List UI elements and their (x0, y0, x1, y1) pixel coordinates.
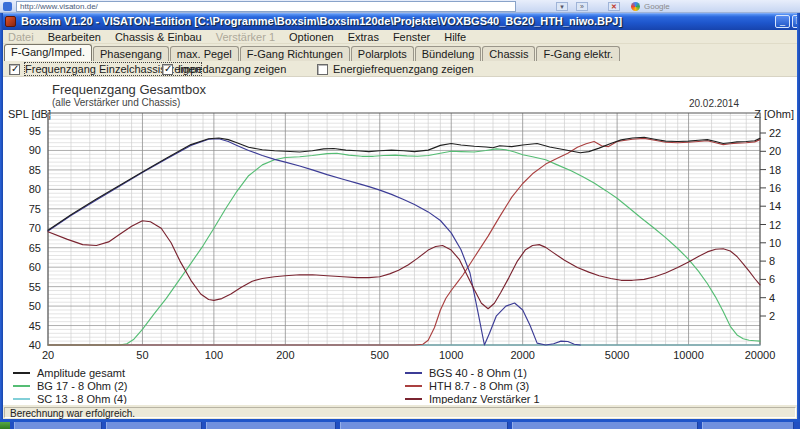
chart-grid (48, 113, 760, 345)
legend-left-column: Amplitude gesamt BG 17 - 8 Ohm (2) SC 13… (13, 366, 127, 405)
svg-text:22: 22 (769, 127, 781, 139)
svg-text:95: 95 (29, 125, 41, 137)
check-icon: ✓ (11, 63, 19, 74)
legend-line-bg17 (13, 385, 30, 387)
tab-bar: F-Gang/Imped. Phasengang max. Pegel F-Ga… (0, 44, 800, 61)
svg-text:50: 50 (29, 300, 41, 312)
menu-optionen[interactable]: Optionen (289, 31, 334, 43)
legend-item-bg17: BG 17 - 8 Ohm (2) (13, 379, 127, 392)
svg-text:2: 2 (769, 310, 775, 322)
search-go-button[interactable]: » (576, 2, 588, 11)
svg-text:10000: 10000 (673, 349, 704, 361)
legend-item-hth87: HTH 8.7 - 8 Ohm (3) (405, 379, 540, 392)
legend-label: Amplitude gesamt (37, 367, 125, 379)
tab-phasengang[interactable]: Phasengang (93, 46, 169, 61)
svg-text:85: 85 (29, 164, 41, 176)
browser-url-field[interactable]: http://www.visaton.de/ (16, 1, 516, 12)
svg-text:10: 10 (769, 237, 781, 249)
tab-fgang-richtungen[interactable]: F-Gang Richtungen (240, 46, 350, 61)
options-row: ✓ Frequenzgang Einzelchassis zeigen ✓ Im… (0, 61, 800, 77)
legend-label: Impedanz Verstärker 1 (429, 393, 540, 405)
search-close-button[interactable]: ✕ (608, 2, 620, 11)
svg-text:65: 65 (29, 242, 41, 254)
checkbox-impedanzgang[interactable]: ✓ Impedanzgang zeigen (162, 63, 286, 75)
taskbar-button[interactable] (14, 422, 102, 429)
svg-text:18: 18 (769, 164, 781, 176)
background-browser-bar: http://www.visaton.de/ ▾ » ✕ Google (0, 0, 800, 13)
menu-fenster[interactable]: Fenster (393, 31, 430, 43)
google-icon (631, 2, 640, 11)
background-taskbar (0, 422, 800, 429)
taskbar-button[interactable] (512, 422, 698, 429)
svg-text:60: 60 (29, 261, 41, 273)
google-search-label: Google (644, 2, 670, 11)
legend-item-bgs40: BGS 40 - 8 Ohm (1) (405, 366, 540, 379)
svg-text:100: 100 (205, 349, 223, 361)
legend-line-hth87 (405, 385, 422, 387)
series-BG 17 - 8 Ohm (2) (48, 149, 760, 345)
taskbar-button[interactable] (106, 422, 202, 429)
svg-text:6: 6 (769, 273, 775, 285)
checkbox-energiefrequenzgang[interactable]: Energiefrequenzgang zeigen (317, 63, 474, 75)
svg-text:70: 70 (29, 222, 41, 234)
menu-verstaerker[interactable]: Verstärker 1 (216, 31, 275, 43)
tab-fgang-elektr[interactable]: F-Gang elektr. (536, 46, 620, 61)
svg-text:50: 50 (136, 349, 148, 361)
svg-text:12: 12 (769, 219, 781, 231)
statusbar: Berechnung war erfolgreich. (3, 404, 797, 419)
svg-text:80: 80 (29, 183, 41, 195)
window-border-left (0, 13, 3, 421)
legend-label: HTH 8.7 - 8 Ohm (3) (429, 380, 529, 392)
legend-line-impedanz (405, 398, 422, 400)
svg-text:5000: 5000 (605, 349, 629, 361)
status-message: Berechnung war erfolgreich. (4, 407, 796, 418)
svg-text:4: 4 (769, 292, 775, 304)
legend-item-amplitude-gesamt: Amplitude gesamt (13, 366, 127, 379)
legend-line-amplitude (13, 372, 30, 374)
svg-text:14: 14 (769, 200, 781, 212)
svg-text:8: 8 (769, 255, 775, 267)
screen: http://www.visaton.de/ ▾ » ✕ Google Boxs… (0, 0, 800, 429)
series-Impedanz Verstärker 1 (48, 221, 760, 309)
legend-right-column: BGS 40 - 8 Ohm (1) HTH 8.7 - 8 Ohm (3) I… (405, 366, 540, 405)
svg-text:2000: 2000 (510, 349, 534, 361)
menu-extras[interactable]: Extras (348, 31, 379, 43)
svg-text:20: 20 (769, 145, 781, 157)
frequency-response-chart: 4045505560657075808590952468101214161820… (0, 77, 800, 404)
boxsim-app-icon (5, 16, 16, 27)
checkbox-einzelchassis-box[interactable]: ✓ (9, 64, 20, 75)
browser-favicon (3, 2, 12, 11)
taskbar-button[interactable] (340, 422, 508, 429)
tab-buendelung[interactable]: Bündelung (415, 46, 482, 61)
taskbar-button[interactable] (702, 422, 794, 429)
legend-line-sc13 (13, 398, 30, 400)
menu-bearbeiten[interactable]: Bearbeiten (48, 31, 101, 43)
checkbox-energiefrequenzgang-box[interactable] (317, 64, 328, 75)
svg-text:75: 75 (29, 203, 41, 215)
menu-datei[interactable]: Datei (8, 31, 34, 43)
tab-polarplots[interactable]: Polarplots (351, 46, 414, 61)
window-title: Boxsim V1.20 - VISATON-Edition [C:\Progr… (21, 15, 622, 27)
legend-line-bgs40 (405, 372, 422, 374)
start-button-fragment[interactable] (0, 422, 10, 429)
svg-text:45: 45 (29, 320, 41, 332)
legend-label: BGS 40 - 8 Ohm (1) (429, 367, 527, 379)
svg-text:90: 90 (29, 144, 41, 156)
taskbar-button[interactable] (206, 422, 336, 429)
svg-text:500: 500 (371, 349, 389, 361)
tab-fgang-imped[interactable]: F-Gang/Imped. (4, 44, 92, 61)
checkbox-impedanzgang-label: Impedanzgang zeigen (178, 63, 286, 75)
legend-label: BG 17 - 8 Ohm (2) (37, 380, 127, 392)
svg-text:1000: 1000 (439, 349, 463, 361)
url-dropdown-button[interactable]: ▾ (556, 2, 568, 11)
tab-chassis[interactable]: Chassis (482, 46, 535, 61)
svg-text:200: 200 (276, 349, 294, 361)
svg-text:55: 55 (29, 281, 41, 293)
minimize-button[interactable]: _ (775, 15, 790, 28)
tab-max-pegel[interactable]: max. Pegel (170, 46, 239, 61)
menu-chassis-einbau[interactable]: Chassis & Einbau (115, 31, 202, 43)
menu-hilfe[interactable]: Hilfe (444, 31, 466, 43)
checkbox-impedanzgang-box[interactable]: ✓ (162, 64, 173, 75)
svg-text:16: 16 (769, 182, 781, 194)
svg-text:20: 20 (42, 349, 54, 361)
